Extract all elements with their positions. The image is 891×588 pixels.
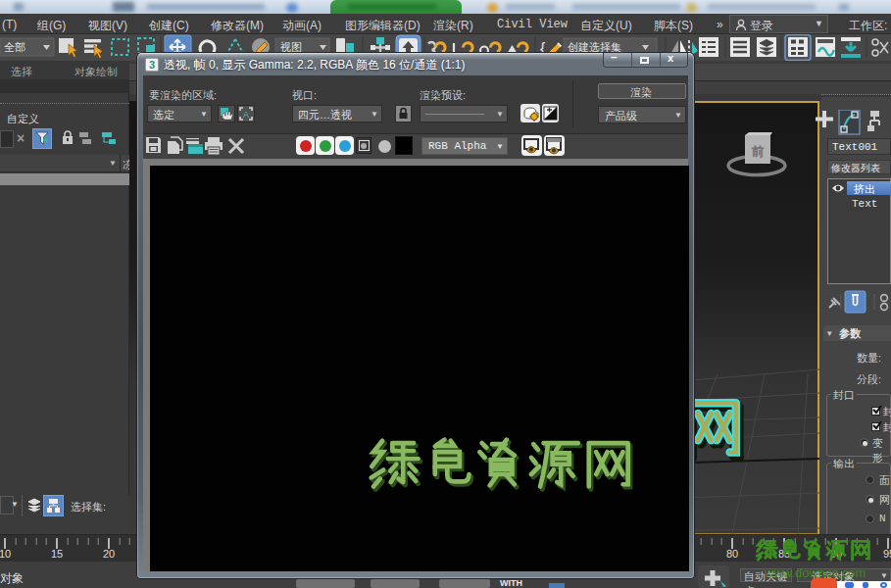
svg-text:前: 前 bbox=[752, 144, 765, 159]
svg-text:视图: 视图 bbox=[280, 41, 302, 53]
svg-text:全部: 全部 bbox=[4, 41, 25, 53]
svg-text:A: A bbox=[243, 110, 249, 120]
